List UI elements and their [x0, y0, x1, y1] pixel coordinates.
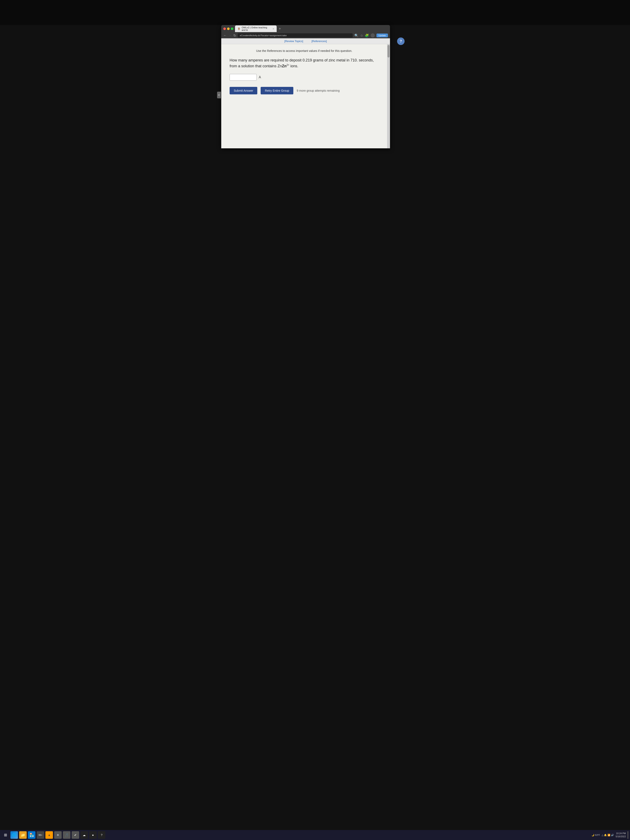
update-button[interactable]: Update — [376, 33, 388, 37]
active-tab[interactable]: 🦉 OWLv2 | Online teaching and le ✕ — [235, 25, 277, 32]
new-tab-button[interactable]: + — [278, 27, 282, 31]
tab-bar: 🦉 OWLv2 | Online teaching and le ✕ + — [235, 25, 388, 32]
taskbar-time[interactable]: 10:24 PM 5/16/2022 — [616, 832, 626, 838]
tab-close-icon[interactable]: ✕ — [273, 28, 274, 30]
profile-icon — [371, 33, 375, 38]
show-desktop-button[interactable] — [627, 831, 628, 839]
sidebar-collapse-button[interactable]: < — [217, 92, 221, 98]
intro-text: Use the References to access important v… — [230, 49, 379, 52]
tab-title: OWLv2 | Online teaching and le — [242, 26, 271, 31]
misc6-icon[interactable]: ? — [98, 831, 106, 839]
forward-icon[interactable]: → — [228, 33, 232, 37]
answer-row: A — [230, 74, 379, 81]
refresh-icon[interactable]: ↻ — [233, 33, 236, 38]
toolbar-row: [Review Topics] [References] — [221, 38, 390, 44]
misc2-icon[interactable]: 🎵 — [63, 831, 70, 839]
address-bar-row: ← → ↻ 🔍 ☆ 🧩 Update — [221, 33, 390, 38]
scrollbar[interactable] — [387, 44, 390, 148]
counter-icon[interactable]: 99+ — [37, 831, 44, 839]
unit-label: A — [259, 76, 261, 79]
attempts-remaining-text: 9 more group attempts remaining — [297, 89, 339, 92]
browser-titlebar: 🦉 OWLv2 | Online teaching and le ✕ + — [221, 25, 390, 33]
back-icon[interactable]: ← — [223, 33, 227, 37]
taskbar-notifications: △ 🔔 📶 🔊 — [602, 834, 614, 837]
help-icon[interactable]: ? — [397, 38, 404, 45]
misc5-icon[interactable]: ● — [89, 831, 97, 839]
button-row: Submit Answer Retry Entire Group 9 more … — [230, 87, 379, 95]
bookmark-icon[interactable]: ☆ — [360, 33, 363, 38]
answer-input[interactable] — [230, 74, 257, 81]
submit-answer-button[interactable]: Submit Answer — [230, 87, 257, 95]
amazon-icon[interactable]: a — [46, 831, 53, 839]
review-topics-link[interactable]: [Review Topics] — [284, 39, 303, 43]
edge-icon[interactable]: 🌐 — [10, 831, 18, 839]
search-icon: 🔍 — [354, 33, 358, 38]
close-button[interactable] — [223, 27, 226, 30]
store-icon[interactable]: 🏪 — [28, 831, 35, 839]
address-input[interactable] — [238, 33, 353, 38]
question-text: How many amperes are required to deposit… — [230, 57, 379, 69]
misc4-icon[interactable]: ☁ — [81, 831, 88, 839]
misc1-icon[interactable]: ⁜ — [54, 831, 62, 839]
minimize-button[interactable] — [227, 27, 230, 30]
files-icon[interactable]: 📁 — [19, 831, 27, 839]
browser-window: 🦉 OWLv2 | Online teaching and le ✕ + ← →… — [221, 25, 390, 148]
misc3-icon[interactable]: ✔ — [72, 831, 79, 839]
references-link[interactable]: [References] — [311, 39, 327, 43]
start-button[interactable]: ⊞ — [2, 831, 9, 839]
scrollbar-thumb[interactable] — [387, 45, 390, 57]
maximize-button[interactable] — [231, 27, 233, 30]
extensions-icon[interactable]: 🧩 — [365, 33, 369, 38]
taskbar: ⊞ 🌐 📁 🏪 99+ a ⁜ 🎵 ✔ ☁ ● ? 🌙 63°F △ 🔔 📶 🔊… — [0, 830, 630, 840]
taskbar-right: 🌙 63°F △ 🔔 📶 🔊 10:24 PM 5/16/2022 — [592, 831, 628, 839]
content-wrapper: Use the References to access important v… — [221, 44, 390, 148]
tab-favicon: 🦉 — [237, 27, 240, 30]
content-area: Use the References to access important v… — [221, 44, 387, 148]
window-controls — [223, 27, 233, 30]
retry-entire-group-button[interactable]: Retry Entire Group — [261, 87, 293, 95]
taskbar-weather: 🌙 63°F — [592, 834, 600, 837]
